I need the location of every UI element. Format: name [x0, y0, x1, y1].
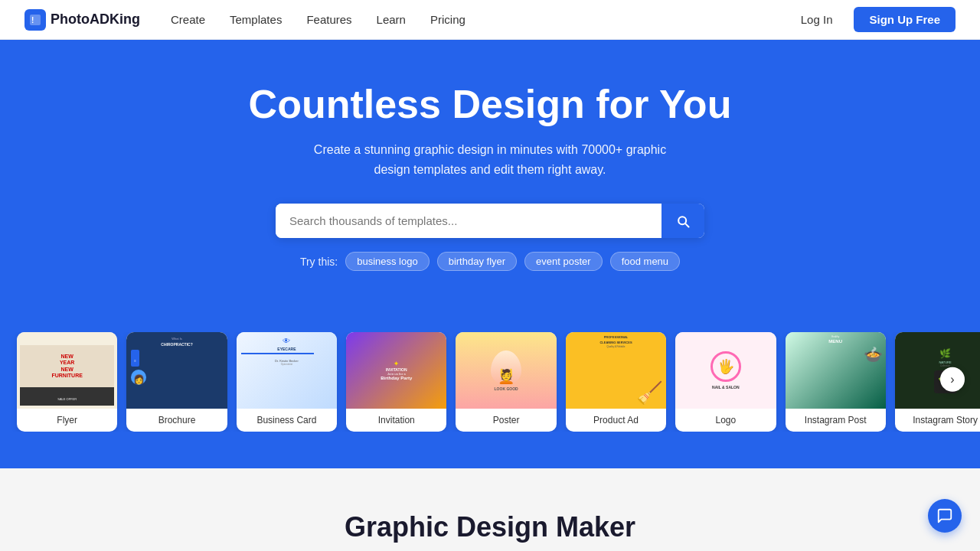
hero-subtitle: Create a stunning graphic design in minu… — [24, 140, 956, 179]
login-button[interactable]: Log In — [792, 8, 842, 31]
template-card-invitation[interactable]: ✦ INVITATION Join us for a Birthday Part… — [346, 332, 446, 432]
signup-button[interactable]: Sign Up Free — [854, 7, 956, 32]
search-input[interactable] — [276, 204, 662, 238]
templates-section: NEWYEARNEWFURNITURE SALE OFFER Flyer Wha… — [0, 308, 980, 468]
chip-birthday-flyer[interactable]: birthday flyer — [437, 252, 517, 271]
chat-icon — [936, 507, 953, 524]
template-card-logo[interactable]: 🖐 NAIL & SALON Logo — [675, 332, 776, 432]
search-button[interactable] — [662, 204, 704, 238]
try-this-row: Try this: business logo birthday flyer e… — [24, 252, 956, 271]
nav-pricing[interactable]: Pricing — [430, 13, 466, 26]
template-card-bizcard[interactable]: 👁 EYECARE Dr. Kristin Becker Optometrist… — [237, 332, 337, 432]
template-card-brochure[interactable]: What Is CHIROPRACTIC? ☰ 👩 Brochure — [126, 332, 227, 432]
chip-business-logo[interactable]: business logo — [345, 252, 430, 271]
chip-event-poster[interactable]: event poster — [524, 252, 603, 271]
logo-icon: ! — [24, 9, 46, 31]
graphic-design-section: Graphic Design Maker Make professional g… — [0, 468, 980, 551]
template-card-igstory[interactable]: 🌿 NATURE Collection 🌱 Instagram Story — [895, 332, 980, 432]
try-label: Try this: — [300, 256, 338, 268]
carousel-next-button[interactable]: › — [940, 367, 965, 392]
nav-features[interactable]: Features — [306, 13, 351, 26]
navbar: ! PhotoADKing Create Templates Features … — [0, 0, 980, 40]
template-card-poster[interactable]: 💆 LOOK GOOD Poster — [456, 332, 556, 432]
svg-text:!: ! — [31, 16, 34, 24]
logo-text: PhotoADKing — [51, 11, 140, 28]
template-label-logo: Logo — [675, 409, 776, 432]
template-label-igpost: Instagram Post — [786, 409, 886, 432]
nav-learn[interactable]: Learn — [377, 13, 406, 26]
template-card-igpost[interactable]: Healthy MENU 🍲 Instagram Post — [786, 332, 886, 432]
nav-actions: Log In Sign Up Free — [792, 7, 956, 32]
template-label-bizcard: Business Card — [237, 409, 337, 432]
template-label-poster: Poster — [456, 409, 556, 432]
section-title: Graphic Design Maker — [24, 511, 956, 543]
hero-section: Countless Design for You Create a stunni… — [0, 40, 980, 308]
template-card-productad[interactable]: PROFESSIONAL CLEANING SERVICES Quality &… — [566, 332, 666, 432]
template-card-flyer[interactable]: NEWYEARNEWFURNITURE SALE OFFER Flyer — [17, 332, 117, 432]
templates-row: NEWYEARNEWFURNITURE SALE OFFER Flyer Wha… — [0, 332, 980, 432]
search-icon — [675, 214, 691, 229]
chip-food-menu[interactable]: food menu — [610, 252, 680, 271]
template-label-igstory: Instagram Story — [895, 409, 980, 432]
nav-create[interactable]: Create — [171, 13, 205, 26]
chat-support-button[interactable] — [928, 499, 962, 533]
nav-templates[interactable]: Templates — [230, 13, 282, 26]
nav-links: Create Templates Features Learn Pricing — [171, 13, 792, 26]
template-label-invitation: Invitation — [346, 409, 446, 432]
logo-link[interactable]: ! PhotoADKing — [24, 9, 140, 31]
template-label-productad: Product Ad — [566, 409, 666, 432]
hero-title: Countless Design for You — [24, 83, 956, 126]
template-label-flyer: Flyer — [17, 409, 117, 432]
search-bar — [276, 204, 704, 238]
template-label-brochure: Brochure — [126, 409, 227, 432]
